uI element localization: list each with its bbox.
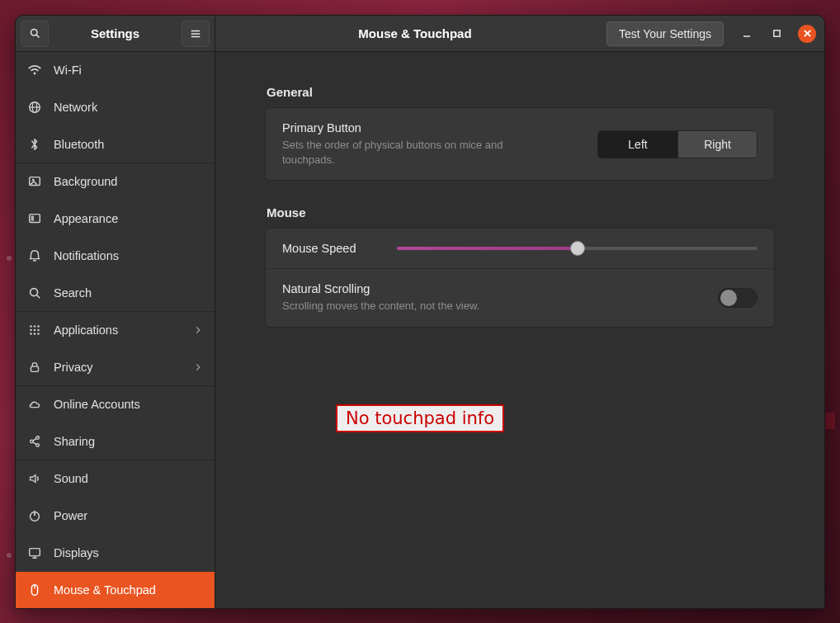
desktop-decoration [7,256,12,261]
svg-point-0 [31,30,37,36]
power-icon [27,508,42,523]
titlebar: Settings Mouse & Touchpad Test Your Sett… [16,16,824,52]
section-title-general: General [267,85,775,99]
window-controls [739,25,816,43]
display-icon [27,545,42,560]
sidebar-item-label: Sound [54,472,203,485]
desktop-decoration [7,553,12,558]
primary-button-left-label: Left [628,138,647,151]
slider-thumb[interactable] [570,241,585,256]
panel-general: Primary Button Sets the order of physica… [265,107,775,181]
sidebar-item-label: Wi-Fi [54,64,203,77]
natural-scrolling-label: Natural Scrolling [282,282,701,295]
sidebar-item-label: Privacy [54,361,182,374]
primary-button-right[interactable]: Right [677,131,757,158]
cloud-icon [27,397,42,412]
hamburger-button[interactable] [182,21,210,47]
sidebar-item-wi-fi[interactable]: Wi-Fi [16,52,215,89]
test-settings-label: Test Your Settings [619,27,711,40]
sidebar-item-label: Bluetooth [54,138,203,151]
hamburger-icon [190,28,201,40]
primary-button-desc: Sets the order of physical buttons on mi… [282,138,554,167]
mouse-speed-slider[interactable] [397,247,757,250]
wifi-icon [27,63,42,78]
bluetooth-icon [27,137,42,152]
sidebar-item-notifications[interactable]: Notifications [16,238,215,275]
sidebar-item-label: Mouse & Touchpad [54,583,203,597]
maximize-icon [772,29,781,38]
mouse-speed-slider-wrap [397,247,757,250]
sidebar-item-network[interactable]: Network [16,89,215,126]
sidebar-item-label: Applications [54,323,182,337]
row-primary-button: Primary Button Sets the order of physica… [266,108,774,180]
background-icon [27,174,42,189]
close-icon [803,29,812,38]
sidebar-item-online-accounts[interactable]: Online Accounts [16,386,215,423]
row-texts: Primary Button Sets the order of physica… [282,121,581,167]
appearance-icon [27,211,42,226]
page-title: Mouse & Touchpad [224,26,606,40]
sidebar-item-label: Sharing [54,435,203,448]
sidebar-item-appearance[interactable]: Appearance [16,201,215,238]
row-natural-scrolling: Natural Scrolling Scrolling moves the co… [266,268,774,327]
grid-icon [27,323,42,337]
search-button[interactable] [21,21,49,47]
sidebar-item-label: Power [54,509,203,522]
row-texts: Natural Scrolling Scrolling moves the co… [282,282,701,314]
slider-fill [397,247,577,250]
sidebar-item-privacy[interactable]: Privacy [16,349,215,386]
sidebar-item-search[interactable]: Search [16,275,215,312]
toggle-knob [720,290,737,306]
sidebar-item-label: Online Accounts [54,398,203,411]
row-mouse-speed: Mouse Speed [266,229,774,268]
sidebar-item-label: Appearance [54,212,203,225]
sidebar-item-power[interactable]: Power [16,498,215,535]
primary-button-segmented: Left Right [597,130,757,158]
sound-icon [27,471,42,486]
natural-scrolling-toggle[interactable] [718,288,757,308]
titlebar-right: Mouse & Touchpad Test Your Settings [215,16,824,51]
close-button[interactable] [798,25,816,43]
chevron-right-icon [193,361,203,373]
natural-scrolling-desc: Scrolling moves the content, not the vie… [282,299,554,314]
titlebar-left: Settings [16,16,215,51]
sidebar-item-label: Notifications [54,249,203,262]
mouse-icon [27,583,42,597]
primary-button-left[interactable]: Left [598,131,677,158]
mouse-speed-label: Mouse Speed [282,242,356,255]
svg-rect-6 [773,31,779,36]
sidebar-item-label: Background [54,175,203,188]
minimize-button[interactable] [739,26,755,42]
sidebar-item-displays[interactable]: Displays [16,535,215,572]
sidebar-item-sound[interactable]: Sound [16,460,215,498]
test-settings-button[interactable]: Test Your Settings [606,21,724,46]
chevron-right-icon [193,324,203,336]
content-area: General Primary Button Sets the order of… [215,52,824,608]
panel-mouse: Mouse Speed Natural Scrolling Scrolling … [265,228,775,328]
lock-icon [27,360,42,375]
sidebar-item-sharing[interactable]: Sharing [16,423,215,460]
share-icon [27,434,42,449]
window-body: Wi-FiNetworkBluetoothBackgroundAppearanc… [16,52,824,608]
search-icon [29,27,41,40]
primary-button-label: Primary Button [282,121,581,135]
sidebar-item-label: Search [54,286,203,300]
settings-window: Settings Mouse & Touchpad Test Your Sett… [15,15,825,609]
primary-button-right-label: Right [704,138,731,151]
search-icon [27,286,42,300]
minimize-icon [742,29,752,39]
sidebar-item-mouse-touchpad[interactable]: Mouse & Touchpad [16,572,215,608]
sidebar-item-background[interactable]: Background [16,163,215,201]
overlay-note: No touchpad info [336,404,504,432]
sidebar: Wi-FiNetworkBluetoothBackgroundAppearanc… [16,52,215,608]
sidebar-item-label: Network [54,101,203,114]
bell-icon [27,248,42,263]
sidebar-item-applications[interactable]: Applications [16,312,215,349]
svg-line-1 [36,35,39,37]
section-title-mouse: Mouse [267,205,775,219]
maximize-button[interactable] [768,26,785,42]
app-title: Settings [55,26,175,40]
sidebar-item-bluetooth[interactable]: Bluetooth [16,126,215,163]
sidebar-item-label: Displays [54,546,203,559]
globe-icon [27,100,42,115]
